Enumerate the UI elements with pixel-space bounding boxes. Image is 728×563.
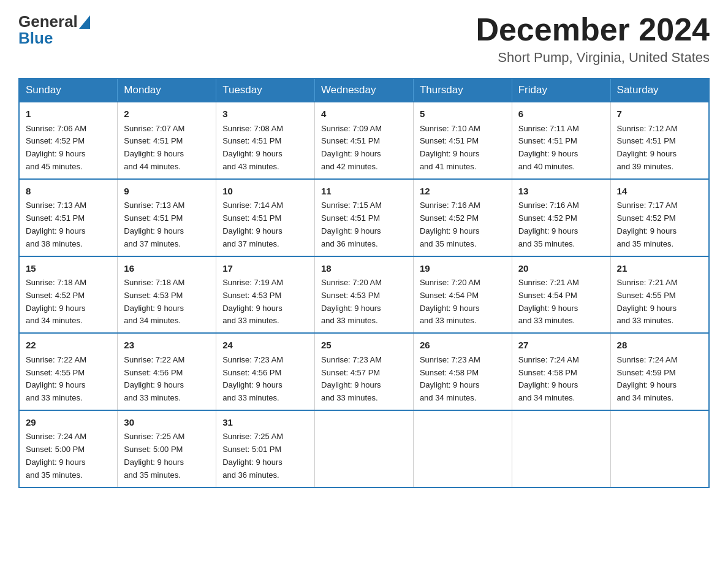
day-number: 30	[124, 416, 210, 430]
day-cell: 15Sunrise: 7:18 AMSunset: 4:52 PMDayligh…	[19, 256, 118, 334]
day-cell: 20Sunrise: 7:21 AMSunset: 4:54 PMDayligh…	[512, 256, 610, 334]
day-info: Sunrise: 7:21 AMSunset: 4:54 PMDaylight:…	[518, 278, 579, 325]
svg-marker-0	[79, 15, 90, 29]
day-info: Sunrise: 7:08 AMSunset: 4:51 PMDaylight:…	[222, 124, 283, 171]
header-tuesday: Tuesday	[216, 79, 315, 102]
day-number: 2	[124, 107, 210, 121]
day-number: 14	[617, 185, 702, 199]
day-info: Sunrise: 7:13 AMSunset: 4:51 PMDaylight:…	[26, 201, 86, 248]
day-cell: 6Sunrise: 7:11 AMSunset: 4:51 PMDaylight…	[512, 102, 610, 179]
day-info: Sunrise: 7:20 AMSunset: 4:53 PMDaylight:…	[321, 278, 382, 325]
day-number: 19	[420, 262, 506, 276]
day-info: Sunrise: 7:21 AMSunset: 4:55 PMDaylight:…	[617, 278, 678, 325]
day-cell: 27Sunrise: 7:24 AMSunset: 4:58 PMDayligh…	[512, 333, 610, 410]
day-cell: 14Sunrise: 7:17 AMSunset: 4:52 PMDayligh…	[610, 179, 709, 256]
day-info: Sunrise: 7:23 AMSunset: 4:58 PMDaylight:…	[420, 355, 480, 402]
day-info: Sunrise: 7:23 AMSunset: 4:56 PMDaylight:…	[222, 355, 283, 402]
header-saturday: Saturday	[610, 79, 709, 102]
day-cell: 22Sunrise: 7:22 AMSunset: 4:55 PMDayligh…	[19, 333, 118, 410]
day-info: Sunrise: 7:12 AMSunset: 4:51 PMDaylight:…	[617, 124, 678, 171]
calendar-header: Sunday Monday Tuesday Wednesday Thursday…	[19, 79, 709, 102]
day-number: 7	[617, 107, 702, 121]
day-cell: 30Sunrise: 7:25 AMSunset: 5:00 PMDayligh…	[118, 410, 216, 488]
day-number: 18	[321, 262, 407, 276]
day-cell: 29Sunrise: 7:24 AMSunset: 5:00 PMDayligh…	[19, 410, 118, 488]
logo-triangle-icon	[79, 15, 90, 29]
day-info: Sunrise: 7:24 AMSunset: 5:00 PMDaylight:…	[26, 432, 86, 479]
day-number: 26	[420, 339, 506, 353]
day-info: Sunrise: 7:07 AMSunset: 4:51 PMDaylight:…	[124, 124, 184, 171]
day-number: 25	[321, 339, 407, 353]
day-info: Sunrise: 7:22 AMSunset: 4:56 PMDaylight:…	[124, 355, 184, 402]
day-info: Sunrise: 7:13 AMSunset: 4:51 PMDaylight:…	[124, 201, 184, 248]
calendar-body: 1Sunrise: 7:06 AMSunset: 4:52 PMDaylight…	[19, 102, 709, 487]
day-cell: 2Sunrise: 7:07 AMSunset: 4:51 PMDaylight…	[118, 102, 216, 179]
day-number: 16	[124, 262, 210, 276]
day-info: Sunrise: 7:10 AMSunset: 4:51 PMDaylight:…	[420, 124, 480, 171]
day-cell: 5Sunrise: 7:10 AMSunset: 4:51 PMDaylight…	[413, 102, 512, 179]
day-number: 5	[420, 107, 506, 121]
header-wednesday: Wednesday	[315, 79, 414, 102]
header-monday: Monday	[118, 79, 216, 102]
week-row-3: 15Sunrise: 7:18 AMSunset: 4:52 PMDayligh…	[19, 256, 709, 334]
day-cell: 26Sunrise: 7:23 AMSunset: 4:58 PMDayligh…	[413, 333, 512, 410]
week-row-2: 8Sunrise: 7:13 AMSunset: 4:51 PMDaylight…	[19, 179, 709, 256]
day-cell	[413, 410, 512, 488]
day-cell: 12Sunrise: 7:16 AMSunset: 4:52 PMDayligh…	[413, 179, 512, 256]
day-number: 12	[420, 185, 506, 199]
day-cell: 23Sunrise: 7:22 AMSunset: 4:56 PMDayligh…	[118, 333, 216, 410]
day-cell	[512, 410, 610, 488]
day-number: 31	[222, 416, 308, 430]
day-cell: 8Sunrise: 7:13 AMSunset: 4:51 PMDaylight…	[19, 179, 118, 256]
day-number: 10	[222, 185, 308, 199]
day-cell: 11Sunrise: 7:15 AMSunset: 4:51 PMDayligh…	[315, 179, 414, 256]
week-row-5: 29Sunrise: 7:24 AMSunset: 5:00 PMDayligh…	[19, 410, 709, 488]
day-info: Sunrise: 7:23 AMSunset: 4:57 PMDaylight:…	[321, 355, 382, 402]
day-number: 11	[321, 185, 407, 199]
day-info: Sunrise: 7:14 AMSunset: 4:51 PMDaylight:…	[222, 201, 283, 248]
day-info: Sunrise: 7:25 AMSunset: 5:00 PMDaylight:…	[124, 432, 184, 479]
day-cell: 7Sunrise: 7:12 AMSunset: 4:51 PMDaylight…	[610, 102, 709, 179]
day-info: Sunrise: 7:16 AMSunset: 4:52 PMDaylight:…	[518, 201, 579, 248]
day-cell: 28Sunrise: 7:24 AMSunset: 4:59 PMDayligh…	[610, 333, 709, 410]
day-cell: 25Sunrise: 7:23 AMSunset: 4:57 PMDayligh…	[315, 333, 414, 410]
day-info: Sunrise: 7:15 AMSunset: 4:51 PMDaylight:…	[321, 201, 382, 248]
day-number: 8	[26, 185, 111, 199]
day-cell: 1Sunrise: 7:06 AMSunset: 4:52 PMDaylight…	[19, 102, 118, 179]
day-info: Sunrise: 7:25 AMSunset: 5:01 PMDaylight:…	[222, 432, 283, 479]
day-cell: 3Sunrise: 7:08 AMSunset: 4:51 PMDaylight…	[216, 102, 315, 179]
day-number: 27	[518, 339, 604, 353]
day-cell: 10Sunrise: 7:14 AMSunset: 4:51 PMDayligh…	[216, 179, 315, 256]
header-thursday: Thursday	[413, 79, 512, 102]
day-cell	[610, 410, 709, 488]
day-info: Sunrise: 7:06 AMSunset: 4:52 PMDaylight:…	[26, 124, 86, 171]
page-header: General Blue December 2024 Short Pump, V…	[18, 12, 710, 66]
header-friday: Friday	[512, 79, 610, 102]
day-number: 22	[26, 339, 111, 353]
day-info: Sunrise: 7:20 AMSunset: 4:54 PMDaylight:…	[420, 278, 480, 325]
day-number: 3	[222, 107, 308, 121]
day-number: 15	[26, 262, 111, 276]
day-info: Sunrise: 7:18 AMSunset: 4:53 PMDaylight:…	[124, 278, 184, 325]
day-info: Sunrise: 7:24 AMSunset: 4:59 PMDaylight:…	[617, 355, 678, 402]
day-number: 9	[124, 185, 210, 199]
day-info: Sunrise: 7:18 AMSunset: 4:52 PMDaylight:…	[26, 278, 86, 325]
header-sunday: Sunday	[19, 79, 118, 102]
day-cell: 21Sunrise: 7:21 AMSunset: 4:55 PMDayligh…	[610, 256, 709, 334]
day-cell: 18Sunrise: 7:20 AMSunset: 4:53 PMDayligh…	[315, 256, 414, 334]
day-info: Sunrise: 7:09 AMSunset: 4:51 PMDaylight:…	[321, 124, 382, 171]
day-number: 4	[321, 107, 407, 121]
day-cell: 24Sunrise: 7:23 AMSunset: 4:56 PMDayligh…	[216, 333, 315, 410]
day-info: Sunrise: 7:19 AMSunset: 4:53 PMDaylight:…	[222, 278, 283, 325]
day-number: 1	[26, 107, 111, 121]
header-row: Sunday Monday Tuesday Wednesday Thursday…	[19, 79, 709, 102]
title-section: December 2024 Short Pump, Virginia, Unit…	[476, 12, 710, 66]
month-title: December 2024	[476, 12, 710, 47]
day-number: 29	[26, 416, 111, 430]
day-info: Sunrise: 7:22 AMSunset: 4:55 PMDaylight:…	[26, 355, 86, 402]
day-number: 6	[518, 107, 604, 121]
day-info: Sunrise: 7:17 AMSunset: 4:52 PMDaylight:…	[617, 201, 678, 248]
day-number: 17	[222, 262, 308, 276]
logo-blue-text: Blue	[18, 29, 53, 48]
day-number: 20	[518, 262, 604, 276]
